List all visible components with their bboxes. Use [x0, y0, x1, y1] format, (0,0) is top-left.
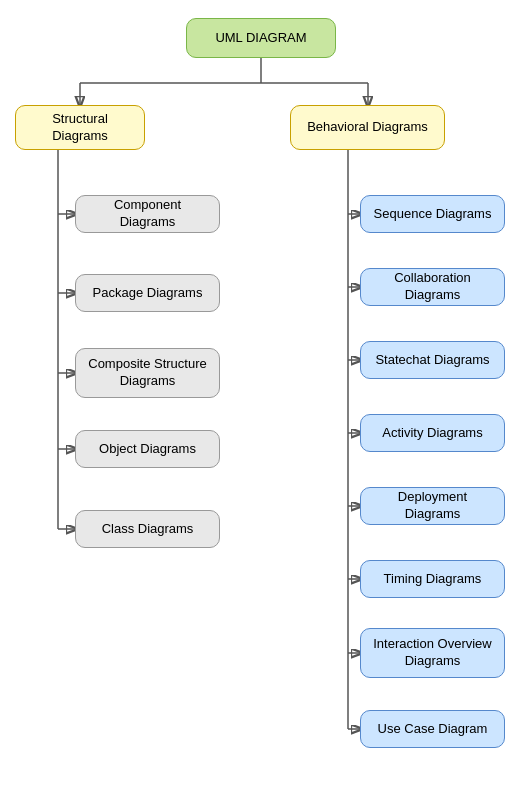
component-diagrams-node: Component Diagrams [75, 195, 220, 233]
statechart-diagrams-node: Statechat Diagrams [360, 341, 505, 379]
structural-node: Structural Diagrams [15, 105, 145, 150]
root-node: UML DIAGRAM [186, 18, 336, 58]
collaboration-diagrams-node: Collaboration Diagrams [360, 268, 505, 306]
deployment-diagrams-node: Deployment Diagrams [360, 487, 505, 525]
sequence-diagrams-node: Sequence Diagrams [360, 195, 505, 233]
package-diagrams-node: Package Diagrams [75, 274, 220, 312]
composite-structure-diagrams-node: Composite StructureDiagrams [75, 348, 220, 398]
object-diagrams-node: Object Diagrams [75, 430, 220, 468]
activity-diagrams-node: Activity Diagrams [360, 414, 505, 452]
timing-diagrams-node: Timing Diagrams [360, 560, 505, 598]
class-diagrams-node: Class Diagrams [75, 510, 220, 548]
behavioral-node: Behavioral Diagrams [290, 105, 445, 150]
diagram-container: UML DIAGRAM Structural Diagrams Behavior… [0, 0, 521, 801]
interaction-overview-diagrams-node: Interaction OverviewDiagrams [360, 628, 505, 678]
use-case-diagram-node: Use Case Diagram [360, 710, 505, 748]
